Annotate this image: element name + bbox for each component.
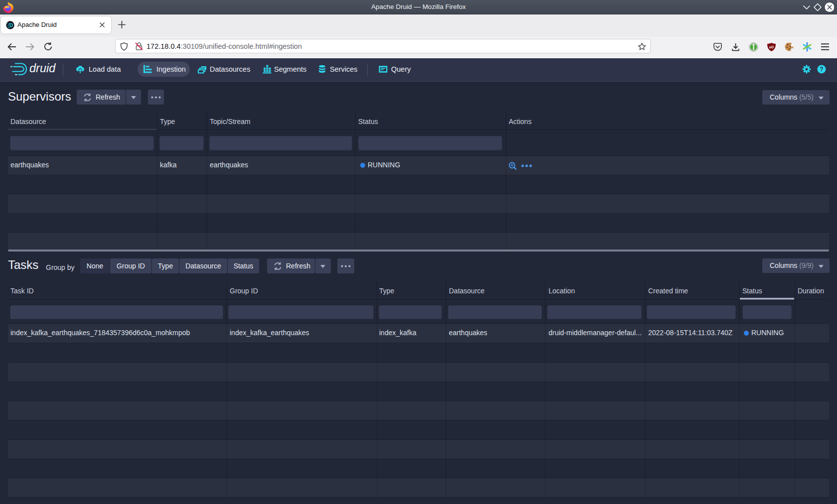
svg-text:uO: uO	[769, 45, 774, 49]
svg-text:?: ?	[820, 66, 823, 73]
